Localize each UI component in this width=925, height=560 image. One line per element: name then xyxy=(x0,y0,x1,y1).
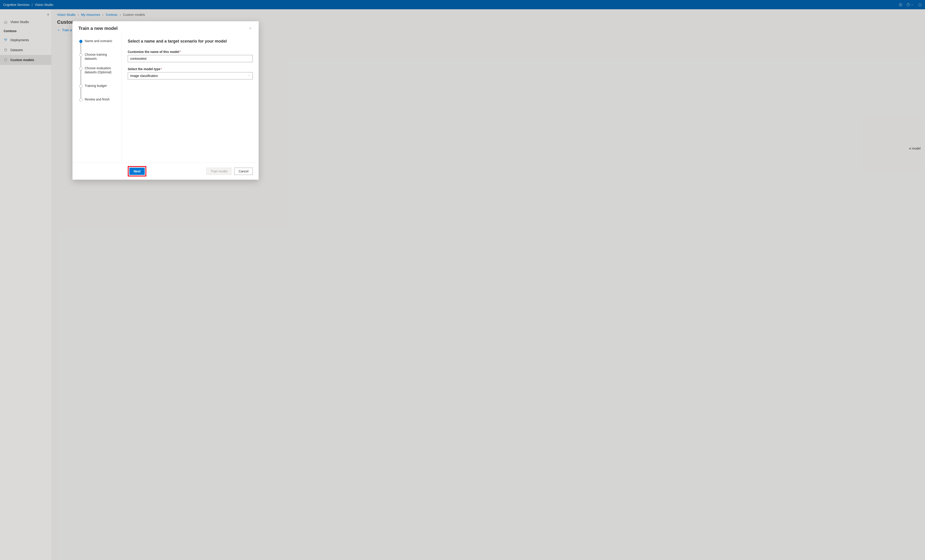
dialog-footer: Next Train model Cancel xyxy=(72,163,259,180)
highlight-frame: Next xyxy=(128,166,146,177)
dialog-title: Train a new model xyxy=(78,26,118,31)
cancel-button[interactable]: Cancel xyxy=(234,168,253,175)
wizard-step-review[interactable]: Review and finish xyxy=(79,97,118,101)
behind-text-fragment: e model xyxy=(909,147,920,150)
step-bullet-icon xyxy=(79,67,83,70)
wizard-content: Select a name and a target scenario for … xyxy=(122,33,259,163)
wizard-step-eval-datasets[interactable]: Choose evaluation datasets (Optional) xyxy=(79,66,118,84)
footer-right: Train model Cancel xyxy=(206,168,253,175)
close-button[interactable] xyxy=(248,26,253,32)
footer-left: Next xyxy=(128,166,146,177)
step-heading: Select a name and a target scenario for … xyxy=(128,39,253,44)
model-type-select-wrap xyxy=(128,72,253,80)
dialog-body: Name and scenario Choose training datase… xyxy=(72,33,259,163)
wizard-step-training-datasets[interactable]: Choose training datasets xyxy=(79,53,118,66)
close-icon xyxy=(249,27,252,30)
step-bullet-icon xyxy=(79,98,83,101)
step-connector xyxy=(81,70,81,85)
required-indicator: * xyxy=(161,67,162,71)
wizard-step-budget[interactable]: Training budget xyxy=(79,84,118,97)
step-bullet-icon xyxy=(79,85,83,88)
train-model-button: Train model xyxy=(206,168,232,175)
model-name-input[interactable] xyxy=(128,55,253,62)
wizard-step-name-scenario[interactable]: Name and scenario xyxy=(79,39,118,53)
wizard-step-label: Name and scenario xyxy=(85,39,112,43)
model-type-select[interactable] xyxy=(128,72,253,80)
wizard-step-label: Choose evaluation datasets (Optional) xyxy=(85,66,118,74)
wizard-step-label: Training budget xyxy=(85,84,107,88)
wizard-nav: Name and scenario Choose training datase… xyxy=(72,33,122,163)
step-connector xyxy=(81,57,81,67)
wizard-step-label: Choose training datasets xyxy=(85,53,118,61)
step-bullet-icon xyxy=(79,53,83,57)
train-model-dialog: Train a new model Name and scenario Choo… xyxy=(72,21,259,180)
step-bullet-icon xyxy=(79,40,83,43)
required-indicator: * xyxy=(179,50,181,54)
dialog-header: Train a new model xyxy=(72,21,259,33)
model-name-label: Customize the name of this model* xyxy=(128,50,253,54)
next-button[interactable]: Next xyxy=(130,168,145,175)
wizard-step-label: Review and finish xyxy=(85,97,110,101)
step-connector xyxy=(81,43,81,53)
model-type-label: Select the model type* xyxy=(128,67,253,71)
step-connector xyxy=(81,88,81,98)
